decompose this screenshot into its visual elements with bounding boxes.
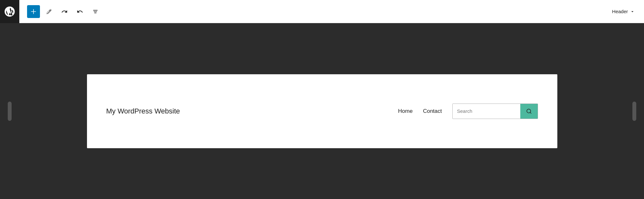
undo-icon [61, 8, 68, 15]
toolbar: Header [0, 0, 644, 23]
add-block-button[interactable] [27, 5, 40, 18]
undo-button[interactable] [58, 5, 71, 18]
search-submit-button[interactable] [520, 104, 538, 119]
nav-item-contact[interactable]: Contact [423, 108, 442, 114]
search-input[interactable] [453, 104, 520, 119]
list-view-button[interactable] [89, 5, 102, 18]
header-dropdown-label: Header [612, 9, 628, 14]
plus-icon [30, 8, 37, 15]
chevron-down-icon [630, 9, 635, 14]
edit-icon [46, 8, 52, 15]
navigation-menu: Home Contact [398, 108, 442, 114]
search-widget [452, 104, 538, 119]
search-icon [526, 108, 532, 114]
wp-logo[interactable] [0, 0, 19, 23]
header-dropdown-button[interactable]: Header [608, 6, 639, 17]
list-view-icon [92, 8, 99, 15]
redo-icon [77, 8, 83, 15]
site-title: My WordPress Website [106, 107, 398, 115]
nav-item-home[interactable]: Home [398, 108, 413, 114]
resize-handle-left[interactable] [8, 102, 12, 121]
edit-button[interactable] [43, 5, 55, 18]
wordpress-logo-icon [4, 6, 15, 17]
header-block: My WordPress Website Home Contact [87, 74, 557, 148]
resize-handle-right[interactable] [632, 102, 636, 121]
canvas: My WordPress Website Home Contact [0, 23, 644, 199]
redo-button[interactable] [73, 5, 86, 18]
